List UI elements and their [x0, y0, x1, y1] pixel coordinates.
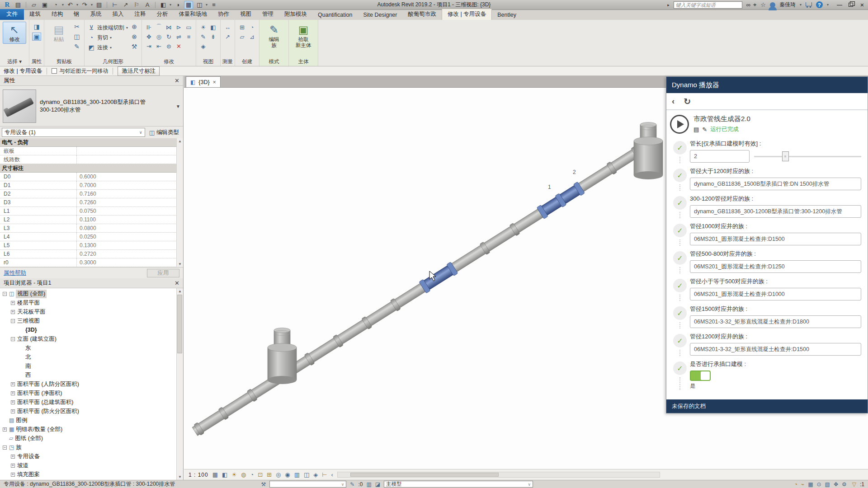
search-input[interactable]: 键入关键字或短语 — [674, 1, 742, 9]
toggle-switch[interactable] — [690, 371, 711, 381]
search-icon[interactable]: ∞ — [746, 1, 749, 8]
tree-item[interactable]: ▤图例 — [0, 416, 183, 425]
save-icon[interactable]: ▣ — [40, 1, 49, 9]
tree-item[interactable]: +填充图案 — [0, 470, 183, 479]
tree-item[interactable]: 西 — [0, 371, 183, 380]
tree-expand-icon[interactable]: + — [11, 391, 15, 395]
aligned-dimension-icon[interactable]: ↗ — [121, 1, 130, 9]
collapse-icon[interactable]: ‹ — [331, 471, 333, 478]
ribbon-tab-4[interactable]: 系统 — [85, 9, 107, 20]
text-icon[interactable]: A — [143, 1, 152, 9]
user-menu-arrow-icon[interactable]: ▾ — [800, 3, 802, 7]
ribbon-tool-icon[interactable]: ◫ — [72, 33, 81, 41]
favorites-icon[interactable]: ☆ — [760, 1, 766, 8]
view-scale[interactable]: 1 : 100 — [189, 472, 208, 478]
tree-item[interactable]: {3D} — [0, 325, 183, 334]
family-input[interactable]: 06MS201_圆形混凝土检查井:D1500 — [690, 233, 861, 245]
type-selector[interactable]: dynamo_GB11836_300-1200B型承插口管 300-1200排水… — [0, 86, 183, 127]
tree-item[interactable]: ▱图纸 (全部) — [0, 434, 183, 443]
family-input[interactable]: dynamo_GB11836_300-1200B型承插口管:300-1200排水… — [690, 205, 861, 218]
ribbon-tab-7[interactable]: 分析 — [151, 9, 174, 20]
ribbon-tab-10[interactable]: 视图 — [235, 9, 257, 20]
ribbon-tool-icon[interactable]: ⇟ — [209, 33, 217, 41]
ribbon-tool-icon[interactable]: ↗ — [223, 33, 232, 41]
property-value[interactable]: 0.7160 — [77, 191, 183, 197]
tree-item[interactable]: +面积平面 (总建筑面积) — [0, 398, 183, 407]
apply-button[interactable]: 应用 — [147, 269, 179, 277]
run-script-button[interactable] — [670, 115, 689, 134]
ribbon-tab-16[interactable]: 修改 | 专用设备 — [442, 9, 492, 20]
tree-expand-icon[interactable]: + — [11, 301, 15, 305]
edit-script-icon[interactable]: ✎ — [702, 126, 707, 133]
qat-dropdown-arrow-icon[interactable]: ▾ — [91, 3, 93, 7]
pipe-run[interactable] — [191, 137, 656, 437]
shadows-icon[interactable]: ◍ — [241, 471, 246, 478]
ribbon-tool-icon[interactable]: ✂ — [72, 23, 81, 31]
properties-close-icon[interactable]: ✕ — [175, 77, 179, 84]
ribbon-bigbutton[interactable]: ▤粘贴 — [47, 22, 71, 44]
user-name[interactable]: 秦佳琦 — [779, 1, 796, 9]
tree-item[interactable]: +楼层平面 — [0, 298, 183, 307]
ribbon-tool-arrow-icon[interactable]: ▾ — [126, 26, 128, 30]
redo-icon[interactable]: ↷ — [80, 1, 89, 9]
ribbon-tool-icon[interactable]: ▱ — [238, 33, 246, 41]
ribbon-tool-icon[interactable]: ⊞ — [238, 23, 246, 31]
ribbon-panel-label[interactable]: 视图 — [196, 58, 220, 66]
ribbon-tool-icon[interactable]: ✥ — [145, 33, 153, 41]
ribbon-panel-label[interactable]: 主体 — [289, 58, 318, 66]
ribbon-tool-icon[interactable]: ⊕ — [130, 23, 139, 31]
family-input[interactable]: 06MS201-3-32_矩形直线混凝土检查井:D1800 — [690, 315, 861, 328]
search-expand-icon[interactable]: ▸ — [667, 3, 670, 7]
editable-only-icon[interactable]: ✎ — [350, 481, 354, 488]
property-value[interactable]: 0.0750 — [77, 208, 183, 214]
tree-item[interactable]: +专用设备 — [0, 452, 183, 461]
ribbon-bigbutton[interactable]: ↖修改 — [3, 22, 26, 44]
thin-lines-icon[interactable]: ▦ — [184, 1, 193, 9]
crop-view-icon[interactable]: ⊡ — [258, 471, 263, 478]
file-properties-icon[interactable]: ▤ — [14, 1, 23, 9]
ribbon-tool-icon[interactable]: ⇤ — [155, 42, 163, 50]
default-3d-view-icon[interactable]: ◧ — [159, 1, 168, 9]
ribbon-tab-6[interactable]: 注释 — [129, 9, 151, 20]
tree-expand-icon[interactable]: − — [11, 319, 15, 323]
customize-qat-icon[interactable]: ≡ — [209, 1, 218, 9]
ribbon-panel-label[interactable]: 测量 — [221, 58, 235, 66]
properties-help-link[interactable]: 属性帮助 — [4, 269, 26, 277]
manhole-middle[interactable] — [268, 328, 297, 385]
ribbon-tool-row[interactable]: ⊻连接端切割▾ — [87, 23, 128, 32]
exclude-options-icon[interactable]: ◪ — [375, 481, 380, 488]
ribbon-panel-label[interactable]: 选择 ▾ — [0, 58, 29, 66]
ribbon-panel-label[interactable]: 修改 — [142, 58, 196, 66]
ribbon-tool-icon[interactable]: ⊳ — [175, 23, 183, 31]
ribbon-tool-arrow-icon[interactable]: ▾ — [110, 36, 112, 40]
ribbon-tab-5[interactable]: 插入 — [107, 9, 129, 20]
qat-dropdown-arrow-icon[interactable]: ▾ — [206, 3, 208, 7]
manhole-top[interactable] — [634, 122, 663, 180]
dynamo-player-header[interactable]: Dynamo 播放器 — [666, 77, 868, 93]
ribbon-tool-icon[interactable]: ≡ — [184, 33, 193, 41]
close-button[interactable]: × — [859, 1, 865, 9]
tree-expand-icon[interactable]: − — [3, 446, 7, 450]
background-processes-icon[interactable]: ◔ — [794, 481, 797, 488]
qat-dropdown-arrow-icon[interactable]: ▾ — [170, 3, 171, 7]
reveal-hidden-icon[interactable]: ◉ — [285, 471, 290, 478]
help-menu-arrow-icon[interactable]: ▾ — [827, 3, 829, 7]
number-input[interactable]: 2 — [690, 150, 750, 163]
ribbon-tool-icon[interactable]: ⊪ — [145, 23, 153, 31]
section-icon[interactable]: ◑ — [173, 1, 182, 9]
ribbon-panel-label[interactable]: 属性 — [29, 58, 44, 66]
workshare-icon[interactable]: ◔ — [51, 1, 60, 9]
crop-region-icon[interactable]: ⊞ — [267, 471, 272, 478]
user-avatar-icon[interactable] — [770, 2, 775, 8]
type-selector-arrow-icon[interactable]: ▼ — [176, 104, 180, 109]
ribbon-tab-2[interactable]: 结构 — [46, 9, 68, 20]
ribbon-tool-icon[interactable]: ◨ — [32, 23, 41, 31]
ribbon-tool-icon[interactable]: ✎ — [199, 33, 208, 41]
active-workset-select[interactable]: ∨ — [269, 481, 346, 488]
tree-item[interactable]: +天花板平面 — [0, 307, 183, 316]
print-icon[interactable]: ▤ — [94, 1, 104, 9]
horizontal-scrollbar-thumb[interactable] — [350, 473, 499, 477]
detail-level-icon[interactable]: ▦ — [212, 471, 218, 478]
tree-item[interactable]: +面积平面 (净面积) — [0, 389, 183, 398]
ribbon-tab-14[interactable]: Site Designer — [358, 10, 402, 20]
